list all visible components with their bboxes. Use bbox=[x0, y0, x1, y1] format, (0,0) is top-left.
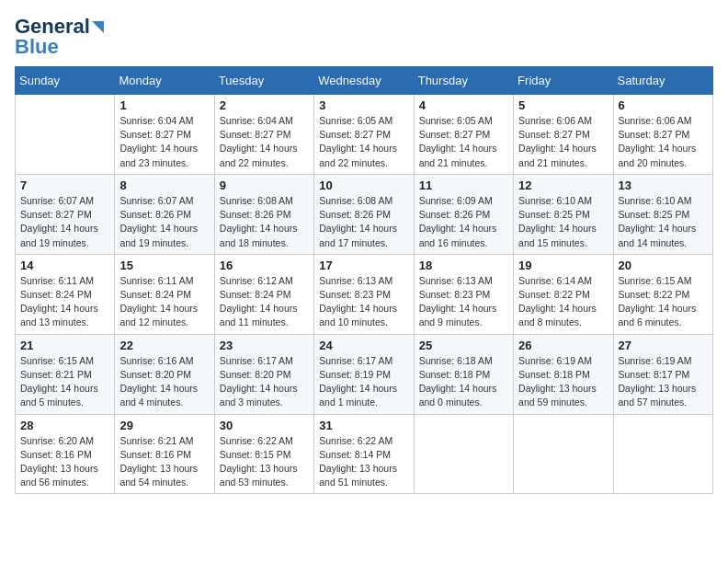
calendar-cell: 13Sunrise: 6:10 AM Sunset: 8:25 PM Dayli… bbox=[613, 174, 712, 254]
cell-info-text: Sunrise: 6:06 AM Sunset: 8:27 PM Dayligh… bbox=[619, 114, 708, 170]
calendar-cell: 16Sunrise: 6:12 AM Sunset: 8:24 PM Dayli… bbox=[214, 254, 313, 334]
logo: General Blue bbox=[15, 15, 104, 59]
calendar-cell: 9Sunrise: 6:08 AM Sunset: 8:26 PM Daylig… bbox=[214, 174, 313, 254]
calendar-cell: 10Sunrise: 6:08 AM Sunset: 8:26 PM Dayli… bbox=[314, 174, 414, 254]
cell-day-number: 31 bbox=[319, 419, 408, 432]
cell-info-text: Sunrise: 6:20 AM Sunset: 8:16 PM Dayligh… bbox=[20, 434, 109, 490]
weekday-header-saturday: Saturday bbox=[613, 67, 712, 95]
cell-day-number: 20 bbox=[619, 259, 708, 272]
cell-info-text: Sunrise: 6:08 AM Sunset: 8:26 PM Dayligh… bbox=[319, 194, 408, 250]
cell-info-text: Sunrise: 6:18 AM Sunset: 8:18 PM Dayligh… bbox=[419, 354, 508, 410]
cell-info-text: Sunrise: 6:17 AM Sunset: 8:20 PM Dayligh… bbox=[220, 354, 309, 410]
cell-day-number: 4 bbox=[419, 98, 508, 112]
cell-info-text: Sunrise: 6:06 AM Sunset: 8:27 PM Dayligh… bbox=[518, 114, 608, 170]
calendar-cell: 30Sunrise: 6:22 AM Sunset: 8:15 PM Dayli… bbox=[214, 414, 313, 494]
cell-info-text: Sunrise: 6:19 AM Sunset: 8:17 PM Dayligh… bbox=[619, 354, 708, 410]
cell-day-number: 16 bbox=[220, 259, 309, 272]
calendar-cell: 24Sunrise: 6:17 AM Sunset: 8:19 PM Dayli… bbox=[314, 334, 414, 414]
calendar-cell: 25Sunrise: 6:18 AM Sunset: 8:18 PM Dayli… bbox=[414, 334, 513, 414]
cell-info-text: Sunrise: 6:05 AM Sunset: 8:27 PM Dayligh… bbox=[319, 114, 408, 170]
calendar-cell: 20Sunrise: 6:15 AM Sunset: 8:22 PM Dayli… bbox=[613, 254, 712, 334]
cell-info-text: Sunrise: 6:04 AM Sunset: 8:27 PM Dayligh… bbox=[220, 114, 309, 170]
cell-day-number: 6 bbox=[619, 98, 708, 112]
cell-info-text: Sunrise: 6:05 AM Sunset: 8:27 PM Dayligh… bbox=[419, 114, 508, 170]
calendar-cell: 18Sunrise: 6:13 AM Sunset: 8:23 PM Dayli… bbox=[414, 254, 513, 334]
cell-info-text: Sunrise: 6:11 AM Sunset: 8:24 PM Dayligh… bbox=[119, 274, 209, 330]
cell-info-text: Sunrise: 6:15 AM Sunset: 8:22 PM Dayligh… bbox=[619, 274, 708, 330]
calendar-cell bbox=[613, 414, 712, 494]
cell-day-number: 24 bbox=[319, 339, 408, 352]
cell-info-text: Sunrise: 6:15 AM Sunset: 8:21 PM Dayligh… bbox=[20, 354, 109, 410]
calendar-cell: 29Sunrise: 6:21 AM Sunset: 8:16 PM Dayli… bbox=[115, 414, 214, 494]
weekday-header-tuesday: Tuesday bbox=[214, 67, 313, 95]
cell-day-number: 21 bbox=[20, 339, 109, 352]
weekday-header-friday: Friday bbox=[514, 67, 613, 95]
calendar-cell: 1Sunrise: 6:04 AM Sunset: 8:27 PM Daylig… bbox=[115, 95, 214, 175]
cell-day-number: 1 bbox=[119, 98, 209, 112]
weekday-header-row: SundayMondayTuesdayWednesdayThursdayFrid… bbox=[16, 67, 713, 95]
calendar-cell bbox=[414, 414, 513, 494]
cell-info-text: Sunrise: 6:08 AM Sunset: 8:26 PM Dayligh… bbox=[220, 194, 309, 250]
cell-day-number: 7 bbox=[20, 178, 109, 192]
cell-info-text: Sunrise: 6:22 AM Sunset: 8:15 PM Dayligh… bbox=[220, 434, 309, 490]
cell-day-number: 13 bbox=[619, 178, 708, 192]
cell-info-text: Sunrise: 6:10 AM Sunset: 8:25 PM Dayligh… bbox=[619, 194, 708, 250]
cell-info-text: Sunrise: 6:07 AM Sunset: 8:27 PM Dayligh… bbox=[20, 194, 109, 250]
header-area: General Blue bbox=[15, 15, 713, 59]
calendar-cell: 17Sunrise: 6:13 AM Sunset: 8:23 PM Dayli… bbox=[314, 254, 414, 334]
weekday-header-monday: Monday bbox=[115, 67, 214, 95]
calendar-cell: 26Sunrise: 6:19 AM Sunset: 8:18 PM Dayli… bbox=[514, 334, 613, 414]
cell-info-text: Sunrise: 6:09 AM Sunset: 8:26 PM Dayligh… bbox=[419, 194, 508, 250]
cell-day-number: 18 bbox=[419, 259, 508, 272]
cell-day-number: 9 bbox=[220, 178, 309, 192]
cell-day-number: 12 bbox=[518, 178, 608, 192]
calendar-cell: 12Sunrise: 6:10 AM Sunset: 8:25 PM Dayli… bbox=[514, 174, 613, 254]
cell-day-number: 30 bbox=[220, 419, 309, 432]
cell-day-number: 17 bbox=[319, 259, 408, 272]
cell-info-text: Sunrise: 6:22 AM Sunset: 8:14 PM Dayligh… bbox=[319, 434, 408, 490]
cell-info-text: Sunrise: 6:13 AM Sunset: 8:23 PM Dayligh… bbox=[319, 274, 408, 330]
week-row-4: 21Sunrise: 6:15 AM Sunset: 8:21 PM Dayli… bbox=[16, 334, 713, 414]
week-row-5: 28Sunrise: 6:20 AM Sunset: 8:16 PM Dayli… bbox=[16, 414, 713, 494]
week-row-1: 1Sunrise: 6:04 AM Sunset: 8:27 PM Daylig… bbox=[16, 95, 713, 175]
calendar-cell bbox=[514, 414, 613, 494]
calendar-cell: 22Sunrise: 6:16 AM Sunset: 8:20 PM Dayli… bbox=[115, 334, 214, 414]
calendar-cell: 5Sunrise: 6:06 AM Sunset: 8:27 PM Daylig… bbox=[514, 95, 613, 175]
cell-day-number: 29 bbox=[119, 419, 209, 432]
cell-info-text: Sunrise: 6:16 AM Sunset: 8:20 PM Dayligh… bbox=[119, 354, 209, 410]
calendar-cell: 7Sunrise: 6:07 AM Sunset: 8:27 PM Daylig… bbox=[16, 174, 115, 254]
cell-info-text: Sunrise: 6:14 AM Sunset: 8:22 PM Dayligh… bbox=[518, 274, 608, 330]
calendar-cell: 15Sunrise: 6:11 AM Sunset: 8:24 PM Dayli… bbox=[115, 254, 214, 334]
logo-text-blue: Blue bbox=[15, 35, 59, 59]
cell-day-number: 8 bbox=[119, 178, 209, 192]
calendar-cell: 23Sunrise: 6:17 AM Sunset: 8:20 PM Dayli… bbox=[214, 334, 313, 414]
logo-arrow-icon bbox=[92, 21, 104, 33]
cell-day-number: 25 bbox=[419, 339, 508, 352]
cell-info-text: Sunrise: 6:11 AM Sunset: 8:24 PM Dayligh… bbox=[20, 274, 109, 330]
cell-day-number: 15 bbox=[119, 259, 209, 272]
calendar-cell: 8Sunrise: 6:07 AM Sunset: 8:26 PM Daylig… bbox=[115, 174, 214, 254]
calendar-cell: 6Sunrise: 6:06 AM Sunset: 8:27 PM Daylig… bbox=[613, 95, 712, 175]
calendar-table: SundayMondayTuesdayWednesdayThursdayFrid… bbox=[15, 66, 713, 494]
calendar-cell: 27Sunrise: 6:19 AM Sunset: 8:17 PM Dayli… bbox=[613, 334, 712, 414]
cell-day-number: 27 bbox=[619, 339, 708, 352]
weekday-header-wednesday: Wednesday bbox=[314, 67, 414, 95]
cell-day-number: 23 bbox=[220, 339, 309, 352]
cell-day-number: 22 bbox=[119, 339, 209, 352]
weekday-header-sunday: Sunday bbox=[16, 67, 115, 95]
cell-info-text: Sunrise: 6:17 AM Sunset: 8:19 PM Dayligh… bbox=[319, 354, 408, 410]
calendar-cell: 28Sunrise: 6:20 AM Sunset: 8:16 PM Dayli… bbox=[16, 414, 115, 494]
calendar-cell: 2Sunrise: 6:04 AM Sunset: 8:27 PM Daylig… bbox=[214, 95, 313, 175]
cell-day-number: 10 bbox=[319, 178, 408, 192]
cell-day-number: 11 bbox=[419, 178, 508, 192]
calendar-cell: 4Sunrise: 6:05 AM Sunset: 8:27 PM Daylig… bbox=[414, 95, 513, 175]
calendar-cell: 14Sunrise: 6:11 AM Sunset: 8:24 PM Dayli… bbox=[16, 254, 115, 334]
cell-day-number: 26 bbox=[518, 339, 608, 352]
week-row-3: 14Sunrise: 6:11 AM Sunset: 8:24 PM Dayli… bbox=[16, 254, 713, 334]
calendar-cell: 3Sunrise: 6:05 AM Sunset: 8:27 PM Daylig… bbox=[314, 95, 414, 175]
cell-info-text: Sunrise: 6:10 AM Sunset: 8:25 PM Dayligh… bbox=[518, 194, 608, 250]
cell-info-text: Sunrise: 6:21 AM Sunset: 8:16 PM Dayligh… bbox=[119, 434, 209, 490]
cell-info-text: Sunrise: 6:12 AM Sunset: 8:24 PM Dayligh… bbox=[220, 274, 309, 330]
cell-info-text: Sunrise: 6:19 AM Sunset: 8:18 PM Dayligh… bbox=[518, 354, 608, 410]
cell-info-text: Sunrise: 6:07 AM Sunset: 8:26 PM Dayligh… bbox=[119, 194, 209, 250]
